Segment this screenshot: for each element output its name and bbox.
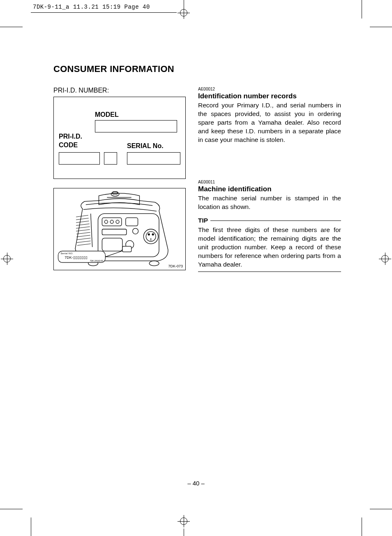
svg-line-12 xyxy=(77,241,91,243)
serial-tag-number: 7DK-▯▯▯▯▯▯▯ xyxy=(65,255,87,260)
svg-rect-28 xyxy=(102,238,122,251)
section-heading-1: Identification number records xyxy=(198,92,341,100)
diagram-code: 7DK-073 xyxy=(168,264,183,268)
pri-id-heading: PRI-I.D. NUMBER: xyxy=(53,87,186,94)
pri-id-code-label: PRI-I.D. CODE xyxy=(59,132,82,150)
crop-mark xyxy=(184,529,184,536)
crop-mark xyxy=(385,253,385,265)
section-heading-2: Machine identification xyxy=(198,185,341,193)
crop-mark xyxy=(362,0,362,19)
svg-line-4 xyxy=(76,218,89,220)
crop-mark xyxy=(0,27,23,27)
svg-point-23 xyxy=(110,220,113,223)
crop-mark xyxy=(370,509,392,509)
svg-line-3 xyxy=(76,215,88,217)
svg-line-10 xyxy=(76,235,90,237)
svg-line-11 xyxy=(77,238,91,240)
svg-line-7 xyxy=(76,227,90,228)
crop-mark xyxy=(362,517,362,536)
serial-no-label: SERIAL No. xyxy=(127,142,164,150)
svg-line-6 xyxy=(76,224,90,225)
svg-line-8 xyxy=(76,230,90,231)
svg-line-5 xyxy=(76,221,89,223)
section-body-2: The machine serial number is stamped in … xyxy=(198,194,341,211)
crop-mark xyxy=(184,515,184,527)
section-body-1: Record your Primary I.D., and serial num… xyxy=(198,101,341,144)
tip-rule xyxy=(210,220,341,221)
machine-diagram: Serial NO. 7DK-▯▯▯▯▯▯▯ 7DK-24163-00 7DK-… xyxy=(53,188,186,270)
svg-line-13 xyxy=(77,244,91,246)
tip-end-rule xyxy=(198,271,341,272)
serial-tag-partno: 7DK-24163-00 xyxy=(90,260,103,262)
svg-line-9 xyxy=(76,232,90,234)
section-ref-2: AE00011 xyxy=(198,180,341,184)
id-form-box: MODEL PRI-I.D. CODE SERIAL No. xyxy=(53,97,186,179)
right-column: AE00012 Identification number records Re… xyxy=(198,87,341,272)
svg-rect-25 xyxy=(126,218,138,226)
crop-mark xyxy=(184,7,184,19)
tip-heading-row: TIP xyxy=(198,217,341,224)
page-title: CONSUMER INFORMATION xyxy=(53,64,341,74)
model-label: MODEL xyxy=(95,111,119,118)
svg-point-27 xyxy=(133,228,138,234)
section-ref-1: AE00012 xyxy=(198,87,341,91)
svg-rect-21 xyxy=(102,218,122,226)
pri-id-code-input[interactable] xyxy=(59,152,100,165)
crop-mark xyxy=(7,253,7,265)
crop-mark xyxy=(31,517,31,536)
middle-input[interactable] xyxy=(104,152,117,165)
svg-point-22 xyxy=(104,220,108,223)
svg-point-18 xyxy=(148,234,150,235)
header-rule xyxy=(31,12,177,13)
page-number: – 40 – xyxy=(0,480,392,487)
page-content: CONSUMER INFORMATION PRI-I.D. NUMBER: MO… xyxy=(53,64,341,272)
serial-tag-title: Serial NO. xyxy=(60,252,73,255)
svg-point-19 xyxy=(152,234,154,235)
crop-mark xyxy=(0,509,23,509)
tip-label: TIP xyxy=(198,217,208,224)
serial-no-input[interactable] xyxy=(127,152,180,165)
crop-mark xyxy=(370,27,392,27)
svg-point-31 xyxy=(149,261,159,266)
model-input[interactable] xyxy=(95,120,177,132)
left-column: PRI-I.D. NUMBER: MODEL PRI-I.D. CODE SER… xyxy=(53,87,186,272)
tip-body: The first three digits of these numbers … xyxy=(198,226,341,269)
svg-rect-26 xyxy=(102,229,126,235)
generator-illustration: Serial NO. 7DK-▯▯▯▯▯▯▯ 7DK-24163-00 xyxy=(54,188,185,270)
svg-line-14 xyxy=(91,213,92,247)
print-header: 7DK-9-11_a 11.3.21 15:19 Page 40 xyxy=(33,4,150,10)
svg-rect-34 xyxy=(122,246,131,252)
svg-point-24 xyxy=(116,220,119,223)
